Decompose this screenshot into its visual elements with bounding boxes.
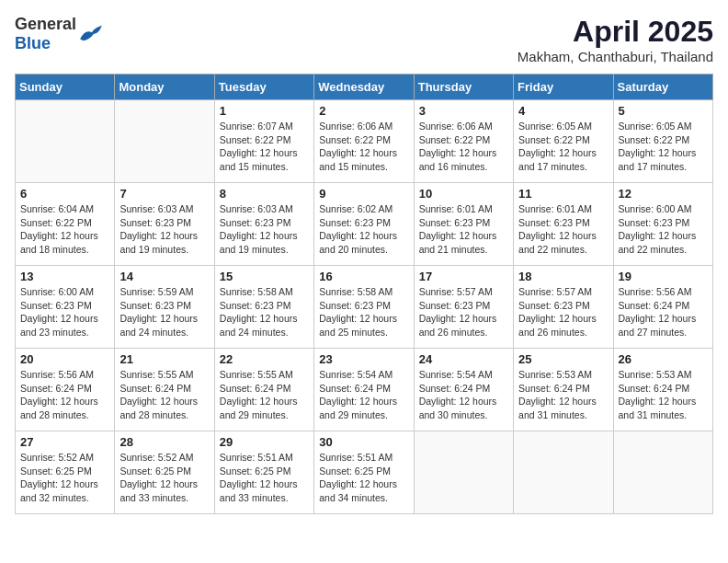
day-number: 13	[20, 270, 109, 283]
day-info: Sunrise: 5:56 AM Sunset: 6:24 PM Dayligh…	[20, 368, 109, 422]
calendar-cell: 19Sunrise: 5:56 AM Sunset: 6:24 PM Dayli…	[613, 266, 712, 349]
day-number: 19	[619, 270, 708, 283]
day-number: 14	[119, 270, 209, 283]
calendar-cell: 16Sunrise: 5:58 AM Sunset: 6:23 PM Dayli…	[314, 266, 414, 349]
calendar-cell: 15Sunrise: 5:58 AM Sunset: 6:23 PM Dayli…	[214, 266, 313, 349]
day-number: 16	[319, 270, 408, 283]
day-info: Sunrise: 5:57 AM Sunset: 6:23 PM Dayligh…	[518, 285, 608, 339]
day-info: Sunrise: 5:57 AM Sunset: 6:23 PM Dayligh…	[419, 285, 508, 339]
calendar-week-row: 13Sunrise: 6:00 AM Sunset: 6:23 PM Dayli…	[16, 266, 713, 349]
day-info: Sunrise: 6:05 AM Sunset: 6:22 PM Dayligh…	[518, 120, 608, 174]
day-info: Sunrise: 5:58 AM Sunset: 6:23 PM Dayligh…	[220, 285, 309, 339]
calendar-body: 1Sunrise: 6:07 AM Sunset: 6:22 PM Daylig…	[16, 100, 713, 514]
day-number: 8	[220, 187, 309, 201]
title-area: April 2025 Makham, Chanthaburi, Thailand	[518, 15, 713, 64]
day-info: Sunrise: 5:53 AM Sunset: 6:24 PM Dayligh…	[619, 368, 708, 422]
day-number: 22	[220, 352, 309, 366]
calendar-cell: 22Sunrise: 5:55 AM Sunset: 6:24 PM Dayli…	[214, 349, 313, 431]
day-info: Sunrise: 6:06 AM Sunset: 6:22 PM Dayligh…	[419, 120, 508, 174]
day-info: Sunrise: 5:52 AM Sunset: 6:25 PM Dayligh…	[119, 451, 209, 505]
calendar-cell: 12Sunrise: 6:00 AM Sunset: 6:23 PM Dayli…	[613, 183, 712, 266]
day-info: Sunrise: 5:53 AM Sunset: 6:24 PM Dayligh…	[518, 368, 608, 422]
weekday-header: Saturday	[613, 75, 712, 100]
calendar-week-row: 6Sunrise: 6:04 AM Sunset: 6:22 PM Daylig…	[16, 183, 713, 266]
day-info: Sunrise: 6:02 AM Sunset: 6:23 PM Dayligh…	[319, 202, 408, 257]
calendar-cell: 20Sunrise: 5:56 AM Sunset: 6:24 PM Dayli…	[16, 349, 115, 431]
calendar-cell: 18Sunrise: 5:57 AM Sunset: 6:23 PM Dayli…	[514, 266, 613, 349]
day-number: 5	[619, 104, 708, 118]
day-info: Sunrise: 6:01 AM Sunset: 6:23 PM Dayligh…	[518, 202, 608, 257]
location: Makham, Chanthaburi, Thailand	[518, 49, 713, 64]
calendar-week-row: 27Sunrise: 5:52 AM Sunset: 6:25 PM Dayli…	[16, 431, 713, 514]
day-info: Sunrise: 5:55 AM Sunset: 6:24 PM Dayligh…	[119, 368, 209, 422]
day-number: 20	[20, 352, 109, 366]
calendar-cell: 17Sunrise: 5:57 AM Sunset: 6:23 PM Dayli…	[414, 266, 513, 349]
day-number: 30	[319, 435, 408, 449]
calendar-cell: 6Sunrise: 6:04 AM Sunset: 6:22 PM Daylig…	[16, 183, 115, 266]
weekday-header: Monday	[115, 75, 214, 100]
weekday-header: Friday	[514, 75, 613, 100]
day-number: 7	[119, 187, 209, 201]
weekday-header: Sunday	[16, 75, 115, 100]
day-number: 24	[419, 352, 508, 366]
day-info: Sunrise: 6:03 AM Sunset: 6:23 PM Dayligh…	[220, 202, 309, 257]
calendar-cell: 21Sunrise: 5:55 AM Sunset: 6:24 PM Dayli…	[115, 349, 214, 431]
weekday-header: Tuesday	[214, 75, 313, 100]
day-number: 15	[220, 270, 309, 283]
logo-blue: Blue	[15, 34, 51, 52]
day-number: 26	[619, 352, 708, 366]
calendar-cell: 27Sunrise: 5:52 AM Sunset: 6:25 PM Dayli…	[16, 431, 115, 514]
day-number: 10	[419, 187, 508, 201]
logo: General Blue	[15, 15, 104, 53]
weekday-header: Wednesday	[314, 75, 414, 100]
calendar-cell: 2Sunrise: 6:06 AM Sunset: 6:22 PM Daylig…	[314, 100, 414, 183]
day-number: 6	[20, 187, 109, 201]
calendar-cell: 4Sunrise: 6:05 AM Sunset: 6:22 PM Daylig…	[514, 100, 613, 183]
calendar-cell	[414, 431, 513, 514]
day-info: Sunrise: 6:05 AM Sunset: 6:22 PM Dayligh…	[619, 120, 708, 174]
calendar-cell: 10Sunrise: 6:01 AM Sunset: 6:23 PM Dayli…	[414, 183, 513, 266]
calendar-cell: 14Sunrise: 5:59 AM Sunset: 6:23 PM Dayli…	[115, 266, 214, 349]
calendar-cell: 28Sunrise: 5:52 AM Sunset: 6:25 PM Dayli…	[115, 431, 214, 514]
day-number: 1	[220, 104, 309, 118]
calendar-cell: 7Sunrise: 6:03 AM Sunset: 6:23 PM Daylig…	[115, 183, 214, 266]
day-info: Sunrise: 6:07 AM Sunset: 6:22 PM Dayligh…	[220, 120, 309, 174]
day-number: 9	[319, 187, 408, 201]
day-number: 18	[518, 270, 608, 283]
calendar-cell: 8Sunrise: 6:03 AM Sunset: 6:23 PM Daylig…	[214, 183, 313, 266]
day-info: Sunrise: 6:06 AM Sunset: 6:22 PM Dayligh…	[319, 120, 408, 174]
calendar-cell: 9Sunrise: 6:02 AM Sunset: 6:23 PM Daylig…	[314, 183, 414, 266]
day-info: Sunrise: 5:54 AM Sunset: 6:24 PM Dayligh…	[319, 368, 408, 422]
day-number: 28	[119, 435, 209, 449]
day-info: Sunrise: 5:55 AM Sunset: 6:24 PM Dayligh…	[220, 368, 309, 422]
day-info: Sunrise: 5:51 AM Sunset: 6:25 PM Dayligh…	[319, 451, 408, 505]
calendar-cell: 1Sunrise: 6:07 AM Sunset: 6:22 PM Daylig…	[214, 100, 313, 183]
calendar-cell: 23Sunrise: 5:54 AM Sunset: 6:24 PM Dayli…	[314, 349, 414, 431]
calendar-cell: 13Sunrise: 6:00 AM Sunset: 6:23 PM Dayli…	[16, 266, 115, 349]
day-number: 29	[220, 435, 309, 449]
calendar-cell: 24Sunrise: 5:54 AM Sunset: 6:24 PM Dayli…	[414, 349, 513, 431]
day-info: Sunrise: 5:51 AM Sunset: 6:25 PM Dayligh…	[220, 451, 309, 505]
calendar-cell: 25Sunrise: 5:53 AM Sunset: 6:24 PM Dayli…	[514, 349, 613, 431]
calendar-cell	[514, 431, 613, 514]
calendar-cell: 26Sunrise: 5:53 AM Sunset: 6:24 PM Dayli…	[613, 349, 712, 431]
calendar-cell	[613, 431, 712, 514]
day-number: 23	[319, 352, 408, 366]
day-number: 27	[20, 435, 109, 449]
day-info: Sunrise: 5:56 AM Sunset: 6:24 PM Dayligh…	[619, 285, 708, 339]
page-header: General Blue April 2025 Makham, Chanthab…	[15, 15, 713, 64]
calendar-cell	[115, 100, 214, 183]
calendar-week-row: 20Sunrise: 5:56 AM Sunset: 6:24 PM Dayli…	[16, 349, 713, 431]
calendar-cell: 30Sunrise: 5:51 AM Sunset: 6:25 PM Dayli…	[314, 431, 414, 514]
day-info: Sunrise: 6:03 AM Sunset: 6:23 PM Dayligh…	[119, 202, 209, 257]
calendar-header: SundayMondayTuesdayWednesdayThursdayFrid…	[16, 75, 713, 100]
weekday-row: SundayMondayTuesdayWednesdayThursdayFrid…	[16, 75, 713, 100]
calendar-cell: 3Sunrise: 6:06 AM Sunset: 6:22 PM Daylig…	[414, 100, 513, 183]
day-info: Sunrise: 6:00 AM Sunset: 6:23 PM Dayligh…	[619, 202, 708, 257]
weekday-header: Thursday	[414, 75, 513, 100]
day-info: Sunrise: 6:04 AM Sunset: 6:22 PM Dayligh…	[20, 202, 109, 257]
day-number: 17	[419, 270, 508, 283]
day-number: 4	[518, 104, 608, 118]
day-number: 25	[518, 352, 608, 366]
day-number: 21	[119, 352, 209, 366]
